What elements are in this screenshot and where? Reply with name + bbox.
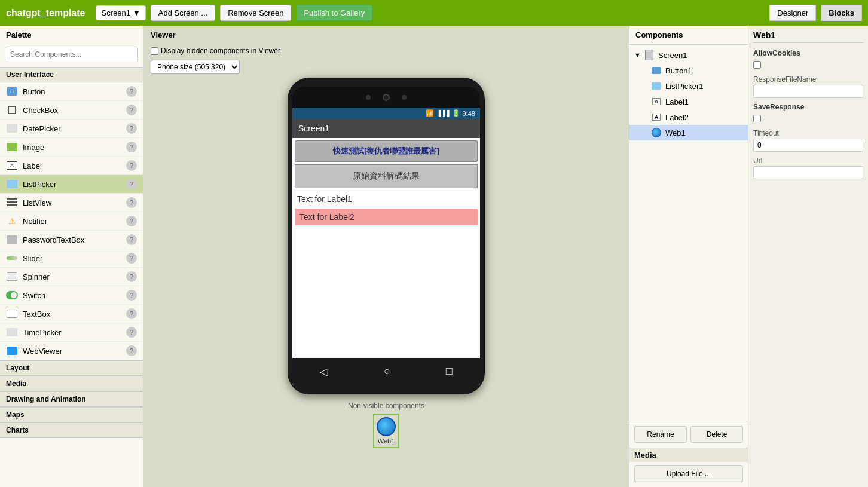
phone-container: 📶 ▐▐▐ 🔋 9:48 Screen1 快速測試[復仇者聯盟誰最厲害] 原始資… bbox=[143, 78, 629, 448]
web1-icon bbox=[377, 417, 396, 436]
comp-screen1[interactable]: ▼ Screen1 bbox=[629, 47, 748, 63]
publish-button[interactable]: Publish to Gallery bbox=[296, 5, 372, 21]
comp-web1[interactable]: ▶ Web1 bbox=[629, 125, 748, 140]
prop-responsefilename: ResponseFileName bbox=[753, 75, 863, 98]
button1-icon bbox=[651, 65, 662, 76]
checkbox-help[interactable]: ? bbox=[126, 105, 137, 115]
palette-title: Palette bbox=[0, 26, 143, 44]
palette-section-charts[interactable]: Charts bbox=[0, 422, 143, 438]
delete-button[interactable]: Delete bbox=[690, 426, 743, 443]
recents-icon[interactable]: □ bbox=[446, 365, 453, 378]
button-icon: □ bbox=[6, 85, 18, 97]
palette-section-media[interactable]: Media bbox=[0, 376, 143, 391]
web1-comp-icon bbox=[651, 127, 662, 138]
non-visible-section: Non-visible components Web1 bbox=[348, 402, 424, 448]
phone-content: 快速測試[復仇者聯盟誰最厲害] 原始資料解碼結果 Text for Label1… bbox=[292, 140, 480, 358]
timeout-input[interactable] bbox=[753, 139, 863, 152]
saveresponse-checkbox[interactable] bbox=[753, 115, 761, 122]
textbox-icon bbox=[6, 308, 18, 320]
non-visible-label: Non-visible components bbox=[348, 402, 424, 410]
add-screen-button[interactable]: Add Screen ... bbox=[151, 5, 215, 21]
upload-file-button[interactable]: Upload File ... bbox=[634, 465, 743, 482]
rename-button[interactable]: Rename bbox=[634, 426, 687, 443]
prop-timeout: Timeout bbox=[753, 129, 863, 152]
palette-section-layout[interactable]: Layout bbox=[0, 360, 143, 376]
phone-label1: Text for Label1 bbox=[292, 191, 480, 207]
listpicker-icon bbox=[6, 178, 18, 190]
palette-item-notifier[interactable]: ⚠ Notifier ? bbox=[0, 212, 143, 231]
datepicker-help[interactable]: ? bbox=[126, 123, 137, 134]
palette-item-label[interactable]: A Label ? bbox=[0, 157, 143, 175]
camera-dot bbox=[366, 95, 371, 100]
listpicker-help[interactable]: ? bbox=[126, 179, 137, 189]
palette-search-input[interactable] bbox=[5, 47, 138, 62]
components-tree: ▼ Screen1 ▶ Button1 ▶ ListPicker1 ▶ A La… bbox=[629, 45, 748, 421]
palette-section-maps[interactable]: Maps bbox=[0, 407, 143, 422]
phone-navbar: ◁ ○ □ bbox=[292, 358, 480, 385]
comp-listpicker1[interactable]: ▶ ListPicker1 bbox=[629, 78, 748, 94]
palette-item-button[interactable]: □ Button ? bbox=[0, 82, 143, 101]
palette-item-switch[interactable]: Switch ? bbox=[0, 286, 143, 305]
screen-dropdown[interactable]: Screen1 ▼ bbox=[96, 5, 145, 20]
palette-item-checkbox[interactable]: CheckBox ? bbox=[0, 101, 143, 120]
switch-help[interactable]: ? bbox=[126, 290, 137, 301]
label-help[interactable]: ? bbox=[126, 160, 137, 171]
phone-titlebar: Screen1 bbox=[292, 119, 480, 138]
comp-label2[interactable]: ▶ A Label2 bbox=[629, 109, 748, 125]
phone-camera-area bbox=[292, 87, 480, 108]
palette-item-datepicker[interactable]: DatePicker ? bbox=[0, 120, 143, 138]
timepicker-help[interactable]: ? bbox=[126, 327, 137, 338]
phone-statusbar: 📶 ▐▐▐ 🔋 9:48 bbox=[292, 108, 480, 119]
phone-size-select[interactable]: Phone size (505,320) bbox=[151, 60, 240, 74]
palette-section-ui[interactable]: User Interface bbox=[0, 67, 143, 82]
home-icon[interactable]: ○ bbox=[384, 365, 390, 378]
comp-label1[interactable]: ▶ A Label1 bbox=[629, 94, 748, 109]
palette-item-passwordtextbox[interactable]: PasswordTextBox ? bbox=[0, 231, 143, 249]
responsefilename-input[interactable] bbox=[753, 85, 863, 98]
spinner-help[interactable]: ? bbox=[126, 271, 137, 282]
screen1-toggle[interactable]: ▼ bbox=[634, 51, 643, 59]
allowcookies-checkbox[interactable] bbox=[753, 61, 761, 69]
palette-item-listview[interactable]: ListView ? bbox=[0, 194, 143, 212]
viewer-panel: Viewer Display hidden components in View… bbox=[143, 26, 629, 487]
palette-item-textbox[interactable]: TextBox ? bbox=[0, 305, 143, 323]
phone-screen: 📶 ▐▐▐ 🔋 9:48 Screen1 快速測試[復仇者聯盟誰最厲害] 原始資… bbox=[292, 108, 480, 385]
slider-help[interactable]: ? bbox=[126, 253, 137, 264]
blocks-button[interactable]: Blocks bbox=[821, 5, 862, 21]
signal-icon: ▐▐▐ bbox=[436, 110, 449, 117]
camera-lens bbox=[383, 94, 390, 101]
palette-item-webviewer[interactable]: WebViewer ? bbox=[0, 342, 143, 360]
notifier-help[interactable]: ? bbox=[126, 216, 137, 226]
button-help[interactable]: ? bbox=[126, 86, 137, 97]
phone-button1[interactable]: 快速測試[復仇者聯盟誰最厲害] bbox=[295, 140, 478, 162]
textbox-help[interactable]: ? bbox=[126, 308, 137, 319]
remove-screen-button[interactable]: Remove Screen bbox=[220, 5, 291, 21]
datepicker-icon bbox=[6, 122, 18, 134]
palette-item-image[interactable]: Image ? bbox=[0, 138, 143, 157]
listview-help[interactable]: ? bbox=[126, 197, 137, 208]
palette-item-timepicker[interactable]: TimePicker ? bbox=[0, 323, 143, 342]
web1-component[interactable]: Web1 bbox=[373, 414, 399, 448]
password-help[interactable]: ? bbox=[126, 234, 137, 245]
webviewer-help[interactable]: ? bbox=[126, 345, 137, 356]
label2-icon: A bbox=[651, 112, 662, 122]
display-hidden-checkbox[interactable] bbox=[151, 47, 158, 55]
palette-section-drawing[interactable]: Drawing and Animation bbox=[0, 391, 143, 407]
url-input[interactable] bbox=[753, 166, 863, 179]
back-icon[interactable]: ◁ bbox=[320, 365, 328, 378]
phone-listpicker1[interactable]: 原始資料解碼結果 bbox=[295, 164, 478, 188]
status-time: 9:48 bbox=[463, 110, 475, 117]
image-icon bbox=[6, 141, 18, 153]
comp-button1[interactable]: ▶ Button1 bbox=[629, 63, 748, 78]
phone-device: 📶 ▐▐▐ 🔋 9:48 Screen1 快速測試[復仇者聯盟誰最厲害] 原始資… bbox=[288, 78, 485, 394]
prop-saveresponse: SaveResponse bbox=[753, 103, 863, 124]
palette-item-listpicker[interactable]: ListPicker ? bbox=[0, 175, 143, 194]
image-help[interactable]: ? bbox=[126, 142, 137, 152]
palette-item-slider[interactable]: Slider ? bbox=[0, 249, 143, 268]
display-hidden-label[interactable]: Display hidden components in Viewer bbox=[151, 47, 280, 55]
designer-button[interactable]: Designer bbox=[769, 5, 816, 21]
label-icon: A bbox=[6, 160, 18, 171]
palette-item-spinner[interactable]: Spinner ? bbox=[0, 268, 143, 286]
comp-action-row: Rename Delete bbox=[629, 421, 748, 448]
checkbox-icon bbox=[6, 104, 18, 116]
